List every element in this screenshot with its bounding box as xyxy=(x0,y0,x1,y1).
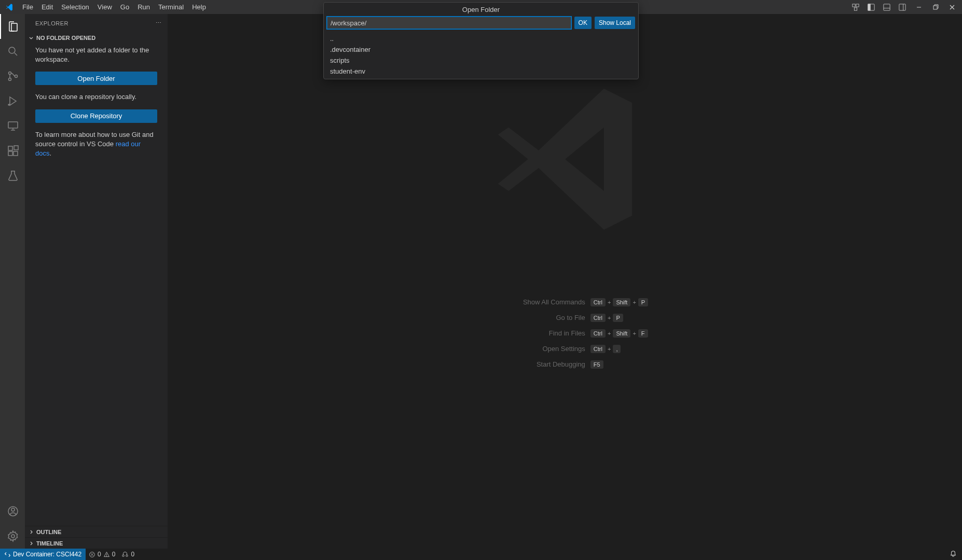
ok-button[interactable]: OK xyxy=(574,17,592,29)
folder-list-item[interactable]: .devcontainer xyxy=(324,44,638,55)
menu-terminal[interactable]: Terminal xyxy=(154,3,188,11)
section-label: NO FOLDER OPENED xyxy=(36,35,95,41)
folder-list: ...devcontainerscriptsstudent-env xyxy=(324,31,638,79)
svg-point-34 xyxy=(122,555,125,557)
svg-rect-23 xyxy=(8,151,12,156)
folder-list-item[interactable]: .. xyxy=(324,33,638,44)
status-bar: Dev Container: CSCI442 0 0 0 xyxy=(0,549,962,560)
shortcut-label: Start Debugging xyxy=(482,360,585,368)
shortcut-label: Show All Commands xyxy=(482,298,585,306)
svg-point-13 xyxy=(9,47,15,53)
layout-customize-icon[interactable] xyxy=(850,2,861,13)
dialog-title: Open Folder xyxy=(324,3,638,17)
open-folder-button[interactable]: Open Folder xyxy=(35,72,157,85)
shortcut-keys: F5 xyxy=(590,360,603,369)
key: P xyxy=(613,314,623,322)
vscode-logo-icon xyxy=(0,3,18,11)
svg-rect-0 xyxy=(853,4,855,6)
key: Shift xyxy=(613,329,630,338)
notifications-bell-icon[interactable] xyxy=(944,550,962,559)
key: , xyxy=(613,345,621,353)
shortcut-label: Open Settings xyxy=(482,345,585,353)
docs-message: To learn more about how to use Git and s… xyxy=(35,130,157,159)
svg-rect-4 xyxy=(868,4,870,10)
key: Ctrl xyxy=(590,329,606,338)
activity-bar xyxy=(0,14,25,549)
no-folder-message: You have not yet added a folder to the w… xyxy=(35,46,157,64)
svg-point-33 xyxy=(106,555,107,556)
menu-bar: FileEditSelectionViewGoRunTerminalHelp xyxy=(18,3,210,11)
shortcut-keys: Ctrl+, xyxy=(590,345,621,353)
key: Ctrl xyxy=(590,298,606,306)
shortcut-row: Find in FilesCtrl+Shift+F xyxy=(482,329,648,338)
key: F5 xyxy=(590,360,603,369)
folder-list-item[interactable]: student-env xyxy=(324,66,638,77)
sidebar-more-icon[interactable]: ⋯ xyxy=(156,20,162,26)
sidebar-content: You have not yet added a folder to the w… xyxy=(25,44,168,526)
run-debug-tab[interactable] xyxy=(0,89,25,114)
shortcut-label: Go to File xyxy=(482,314,585,321)
menu-selection[interactable]: Selection xyxy=(57,3,93,11)
shortcut-keys: Ctrl+Shift+F xyxy=(590,329,648,338)
chevron-down-icon xyxy=(27,34,35,42)
menu-go[interactable]: Go xyxy=(116,3,133,11)
source-control-tab[interactable] xyxy=(0,64,25,89)
folder-path-input[interactable] xyxy=(327,17,571,29)
menu-edit[interactable]: Edit xyxy=(37,3,57,11)
shortcut-keys: Ctrl+P xyxy=(590,314,623,322)
menu-view[interactable]: View xyxy=(93,3,116,11)
svg-rect-19 xyxy=(8,122,18,128)
ports-status[interactable]: 0 xyxy=(118,551,138,558)
svg-rect-22 xyxy=(8,146,12,150)
svg-rect-2 xyxy=(854,7,857,10)
toggle-panel-icon[interactable] xyxy=(881,2,892,13)
problems-status[interactable]: 0 0 xyxy=(86,551,118,558)
section-label: OUTLINE xyxy=(36,529,61,535)
show-local-button[interactable]: Show Local xyxy=(595,17,635,29)
svg-point-16 xyxy=(9,78,11,81)
toggle-secondary-side-bar-icon[interactable] xyxy=(897,2,908,13)
window-controls xyxy=(850,0,962,14)
svg-point-27 xyxy=(11,508,15,511)
clone-repository-button[interactable]: Clone Repository xyxy=(35,109,157,123)
sidebar-title: EXPLORER xyxy=(35,20,68,26)
minimize-button[interactable] xyxy=(913,2,925,13)
settings-gear-icon[interactable] xyxy=(0,524,25,549)
search-tab[interactable] xyxy=(0,39,25,64)
sidebar-header: EXPLORER ⋯ xyxy=(25,14,168,32)
menu-help[interactable]: Help xyxy=(188,3,210,11)
remote-explorer-tab[interactable] xyxy=(0,114,25,138)
no-folder-section[interactable]: NO FOLDER OPENED xyxy=(25,32,168,44)
explorer-tab[interactable] xyxy=(0,14,25,39)
maximize-button[interactable] xyxy=(930,2,941,13)
shortcut-keys: Ctrl+Shift+P xyxy=(590,298,648,306)
svg-point-15 xyxy=(9,72,11,75)
welcome-shortcuts: Show All CommandsCtrl+Shift+PGo to FileC… xyxy=(482,298,648,369)
menu-file[interactable]: File xyxy=(18,3,37,11)
key: Shift xyxy=(613,298,630,306)
svg-point-17 xyxy=(15,75,18,78)
vscode-watermark-icon xyxy=(477,71,653,247)
chevron-right-icon xyxy=(27,528,35,536)
remote-label: Dev Container: CSCI442 xyxy=(13,551,81,558)
menu-run[interactable]: Run xyxy=(133,3,154,11)
svg-rect-24 xyxy=(13,151,18,156)
folder-list-item[interactable]: scripts xyxy=(324,55,638,66)
remote-indicator[interactable]: Dev Container: CSCI442 xyxy=(0,549,86,560)
outline-section[interactable]: OUTLINE xyxy=(25,526,168,537)
toggle-primary-side-bar-icon[interactable] xyxy=(865,2,877,13)
explorer-sidebar: EXPLORER ⋯ NO FOLDER OPENED You have not… xyxy=(25,14,168,549)
testing-tab[interactable] xyxy=(0,163,25,188)
close-button[interactable] xyxy=(946,2,958,13)
svg-rect-1 xyxy=(856,4,859,6)
svg-point-35 xyxy=(126,555,128,557)
key: F xyxy=(638,329,648,338)
svg-point-28 xyxy=(11,535,15,538)
timeline-section[interactable]: TIMELINE xyxy=(25,537,168,549)
key: P xyxy=(638,298,648,306)
shortcut-label: Find in Files xyxy=(482,329,585,337)
key: Ctrl xyxy=(590,314,606,322)
section-label: TIMELINE xyxy=(36,540,63,547)
extensions-tab[interactable] xyxy=(0,138,25,163)
accounts-icon[interactable] xyxy=(0,499,25,524)
